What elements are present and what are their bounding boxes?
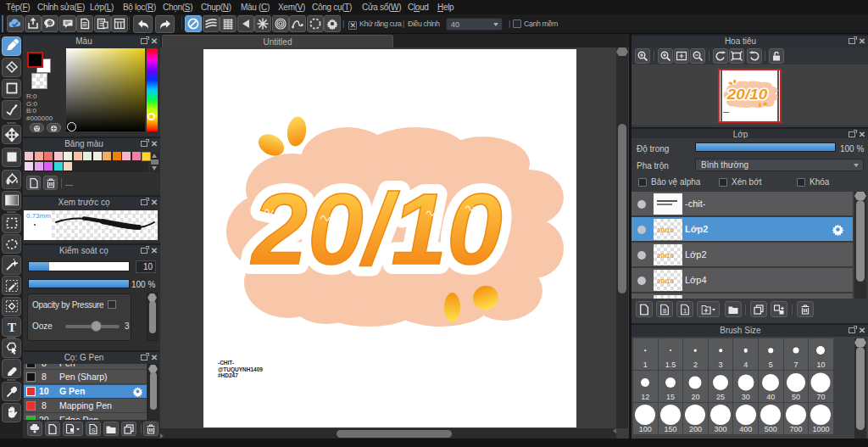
- svg-text:1: 1: [683, 306, 687, 314]
- svg-text:20/10: 20/10: [250, 173, 502, 285]
- svg-text:T: T: [7, 321, 15, 333]
- svg-text:S: S: [92, 427, 96, 433]
- svg-text:20/10: 20/10: [726, 87, 768, 103]
- svg-text:#HD247: #HD247: [218, 372, 238, 378]
- svg-text:8: 8: [663, 306, 666, 314]
- svg-text:-CHIT-: -CHIT-: [218, 360, 234, 366]
